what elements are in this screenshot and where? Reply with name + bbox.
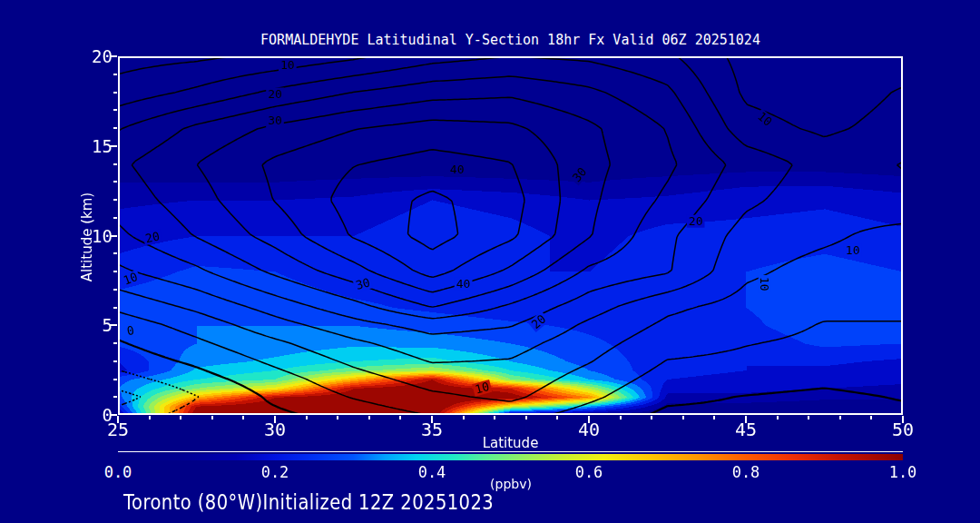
colorbar-gradient: [118, 454, 903, 460]
x-axis-tick-label: 45: [724, 419, 768, 440]
y-axis-minor-tick: [113, 307, 117, 309]
x-axis-minor-tick: [368, 416, 370, 419]
y-axis-minor-tick: [113, 342, 117, 344]
x-axis-minor-tick: [713, 416, 715, 419]
y-axis-minor-tick: [113, 360, 117, 362]
x-axis-minor-tick: [463, 416, 465, 419]
y-axis-minor-tick: [113, 74, 117, 75]
x-axis-tick-label: 50: [881, 419, 925, 440]
colorbar-tick-label: 0.8: [720, 463, 771, 481]
x-axis-minor-tick: [556, 416, 558, 419]
y-axis-tick-label: 15: [73, 136, 113, 156]
y-axis-tick-label: 20: [73, 46, 113, 66]
y-axis-minor-tick: [113, 163, 117, 165]
colorbar-tick-label: 0.2: [250, 463, 300, 481]
plot-title: FORMALDEHYDE Latitudinal Y-Section 18hr …: [118, 32, 903, 48]
y-axis-minor-tick: [113, 92, 117, 94]
x-axis-minor-tick: [180, 416, 181, 419]
colorbar-top-rule: [118, 451, 903, 452]
forecast-cross-section-figure: FORMALDEHYDE Latitudinal Y-Section 18hr …: [0, 0, 980, 523]
x-axis-minor-tick: [337, 416, 338, 419]
x-axis-minor-tick: [242, 416, 244, 419]
x-axis-minor-tick: [808, 416, 809, 419]
x-axis-minor-tick: [494, 416, 495, 419]
x-axis-minor-tick: [777, 416, 779, 419]
x-axis-minor-tick: [149, 416, 151, 419]
x-axis-title: Latitude: [390, 435, 631, 451]
colorbar-tick-label: 0.0: [93, 463, 143, 481]
y-axis-minor-tick: [113, 252, 117, 254]
y-axis-minor-tick: [113, 289, 117, 291]
y-axis-tick-label: 0: [73, 405, 113, 425]
x-axis-minor-tick: [839, 416, 841, 419]
x-axis-minor-tick: [306, 416, 308, 419]
y-axis-tick-label: 5: [73, 315, 113, 335]
colorbar-unit-label: (ppbv): [449, 477, 573, 491]
y-axis-minor-tick: [113, 396, 117, 398]
x-axis-minor-tick: [525, 416, 527, 419]
x-axis-minor-tick: [399, 416, 401, 419]
x-axis-minor-tick: [651, 416, 652, 419]
y-axis-title: Altitude (km): [79, 186, 95, 288]
x-axis-tick-label: 30: [253, 419, 297, 440]
x-axis-minor-tick: [682, 416, 684, 419]
contour-plot-canvas: [118, 56, 903, 415]
run-caption: Toronto (80°W)Initialized 12Z 20251023: [123, 490, 494, 514]
y-axis-minor-tick: [113, 109, 117, 111]
y-axis-minor-tick: [113, 271, 117, 272]
x-axis-minor-tick: [870, 416, 872, 419]
x-axis-minor-tick: [211, 416, 213, 419]
y-axis-minor-tick: [113, 181, 117, 183]
y-axis-minor-tick: [113, 379, 117, 380]
y-axis-minor-tick: [113, 217, 117, 219]
y-axis-minor-tick: [113, 199, 117, 201]
x-axis-minor-tick: [620, 416, 622, 419]
y-axis-minor-tick: [113, 127, 117, 129]
colorbar-tick-label: 1.0: [877, 463, 928, 481]
